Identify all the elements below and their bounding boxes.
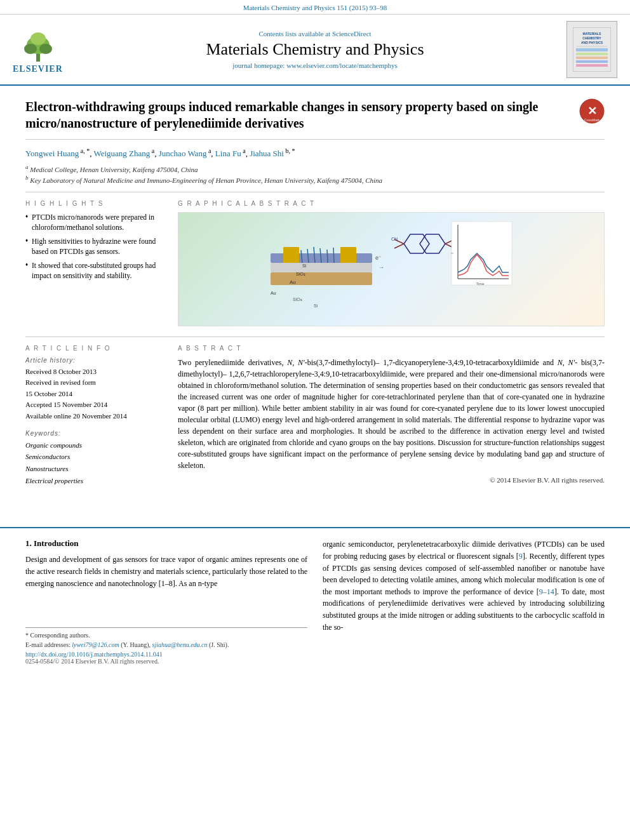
copyright-line: © 2014 Elsevier B.V. All rights reserved… [178, 476, 605, 484]
body-two-col: 1. Introduction Design and development o… [0, 538, 630, 665]
ref-9: 9 [519, 552, 523, 561]
svg-text:→: → [379, 264, 384, 270]
intro-para2: organic semiconductor, perylenetetracarb… [323, 538, 605, 633]
svg-text:SiO₂: SiO₂ [296, 272, 305, 276]
authors-line: Yongwei Huang a, *, Weiguang Zhang a, Ju… [25, 149, 295, 158]
citation-text: Materials Chemistry and Physics 151 (201… [243, 4, 387, 11]
svg-marker-33 [420, 234, 445, 253]
journal-center-info: Contents lists available at ScienceDirec… [64, 30, 566, 69]
graphical-abstract-col: G R A P H I C A L A B S T R A C T [178, 200, 605, 326]
article-history: Article history: Received 8 October 2013… [25, 357, 165, 422]
homepage-line: journal homepage: www.elsevier.com/locat… [64, 62, 566, 69]
svg-text:SiO₂: SiO₂ [293, 297, 302, 302]
body-left-col: 1. Introduction Design and development o… [25, 538, 307, 665]
article-info-label: A R T I C L E I N F O [25, 345, 165, 352]
keywords-label: Keywords: [25, 430, 165, 437]
svg-point-3 [39, 44, 52, 54]
journal-title: Materials Chemistry and Physics [64, 40, 566, 59]
corresponding-note: * Corresponding authors. [25, 632, 307, 639]
svg-rect-21 [283, 247, 299, 263]
revised-date-2: 15 October 2014 [25, 389, 165, 400]
elsevier-brand-text: ELSEVIER [13, 64, 63, 74]
highlights-col: H I G H L I G H T S PTCDIs micro/nanorod… [25, 200, 165, 326]
journal-cover-image: MATERIALS CHEMISTRY AND PHYSICS [566, 21, 617, 78]
author-3: Junchao Wang [159, 149, 207, 158]
elsevier-logo: ELSEVIER [13, 25, 64, 74]
affiliation-b: b Key Laboratory of Natural Medicine and… [25, 175, 605, 184]
email-2[interactable]: sjiahua@henu.edu.cn [152, 641, 208, 648]
abstract-label: A B S T R A C T [178, 345, 605, 352]
body-right-col: organic semiconductor, perylenetetracarb… [323, 538, 605, 665]
affiliation-a: a Medical College, Henan University, Kai… [25, 164, 605, 173]
contents-available-line: Contents lists available at ScienceDirec… [64, 30, 566, 37]
email-1[interactable]: lywei79@126.com [72, 641, 119, 648]
article-dates: Received 8 October 2013 Received in revi… [25, 366, 165, 422]
ref-9-14: 9–14 [539, 587, 554, 596]
abstract-col: A B S T R A C T Two perylenediimide deri… [178, 345, 605, 495]
svg-rect-14 [576, 64, 608, 67]
svg-text:e⁻: e⁻ [375, 255, 382, 261]
article-info-col: A R T I C L E I N F O Article history: R… [25, 345, 165, 495]
svg-rect-12 [576, 57, 608, 59]
svg-rect-11 [576, 53, 608, 55]
svg-rect-13 [576, 60, 608, 63]
svg-rect-22 [340, 247, 356, 263]
issn-text: 0254-0584/© 2014 Elsevier B.V. All right… [25, 658, 307, 665]
svg-text:✕: ✕ [587, 105, 597, 117]
svg-text:CHEMISTRY: CHEMISTRY [582, 36, 601, 40]
received-date: Received 8 October 2013 [25, 366, 165, 378]
svg-rect-10 [576, 48, 608, 51]
footnote-section: * Corresponding authors. E-mail addresse… [25, 627, 307, 648]
author-4: Lina Fu [215, 149, 241, 158]
graphical-abstract-label: G R A P H I C A L A B S T R A C T [178, 200, 605, 207]
intro-para1: Design and development of gas sensors fo… [25, 554, 307, 589]
highlight-2: High sensitivities to hydrazine were fou… [25, 236, 165, 257]
svg-rect-18 [271, 272, 372, 285]
doi-link[interactable]: http://dx.doi.org/10.1016/j.matchemphys.… [25, 651, 307, 658]
highlights-label: H I G H L I G H T S [25, 200, 165, 207]
svg-line-35 [394, 244, 404, 248]
svg-text:Au: Au [271, 291, 276, 295]
author-2: Weiguang Zhang [93, 149, 150, 158]
crossmark-logo[interactable]: ✕ CrossMark [579, 98, 605, 124]
abstract-text: Two perylenediimide derivatives, N, N′-b… [178, 357, 605, 471]
keywords-list: Organic compounds Semiconductors Nanostr… [25, 439, 165, 487]
keyword-3: Nanostructures [25, 463, 165, 475]
article-info-abstract-section: A R T I C L E I N F O Article history: R… [25, 337, 605, 495]
svg-text:AND PHYSICS: AND PHYSICS [581, 41, 603, 44]
svg-point-2 [24, 44, 37, 54]
graphical-abstract-image: Au SiO₂ Si CN CN [178, 212, 605, 326]
section-divider [0, 527, 630, 528]
authors-section: Yongwei Huang a, *, Weiguang Zhang a, Ju… [25, 147, 605, 159]
svg-text:CrossMark: CrossMark [584, 118, 600, 122]
keyword-1: Organic compounds [25, 439, 165, 451]
highlights-graphical-section: H I G H L I G H T S PTCDIs micro/nanorod… [25, 192, 605, 326]
svg-marker-32 [404, 234, 429, 253]
svg-text:MATERIALS: MATERIALS [583, 32, 601, 36]
intro-heading: 1. Introduction [25, 538, 307, 549]
accepted-date: Accepted 15 November 2014 [25, 399, 165, 411]
article-title: Electron-withdrawing groups induced rema… [25, 98, 570, 131]
email-line: E-mail addresses: lywei79@126.com (Y. Hu… [25, 641, 307, 648]
svg-text:Au: Au [290, 279, 296, 285]
svg-text:Si: Si [302, 263, 307, 268]
article-title-section: Electron-withdrawing groups induced rema… [25, 98, 605, 140]
svg-point-4 [30, 32, 46, 45]
highlight-1: PTCDIs micro/nanorods were prepared in c… [25, 212, 165, 232]
author-5: Jiahua Shi [250, 149, 284, 158]
keywords-section: Keywords: Organic compounds Semiconducto… [25, 430, 165, 487]
journal-citation: Materials Chemistry and Physics 151 (201… [0, 0, 630, 15]
article-content: Electron-withdrawing groups induced rema… [0, 86, 630, 517]
svg-text:Si: Si [314, 303, 318, 308]
keyword-2: Semiconductors [25, 451, 165, 463]
svg-text:CN: CN [391, 237, 398, 241]
cover-thumbnail-icon: MATERIALS CHEMISTRY AND PHYSICS [573, 27, 611, 72]
svg-text:Time: Time [476, 282, 485, 286]
svg-line-27 [327, 250, 328, 263]
graphical-abstract-svg: Au SiO₂ Si CN CN [264, 215, 518, 323]
elsevier-tree-icon [13, 25, 64, 63]
svg-rect-19 [271, 263, 372, 272]
history-label: Article history: [25, 357, 165, 364]
highlight-3: It showed that core-substituted groups h… [25, 260, 165, 281]
revised-date-1: Received in revised form [25, 377, 165, 389]
